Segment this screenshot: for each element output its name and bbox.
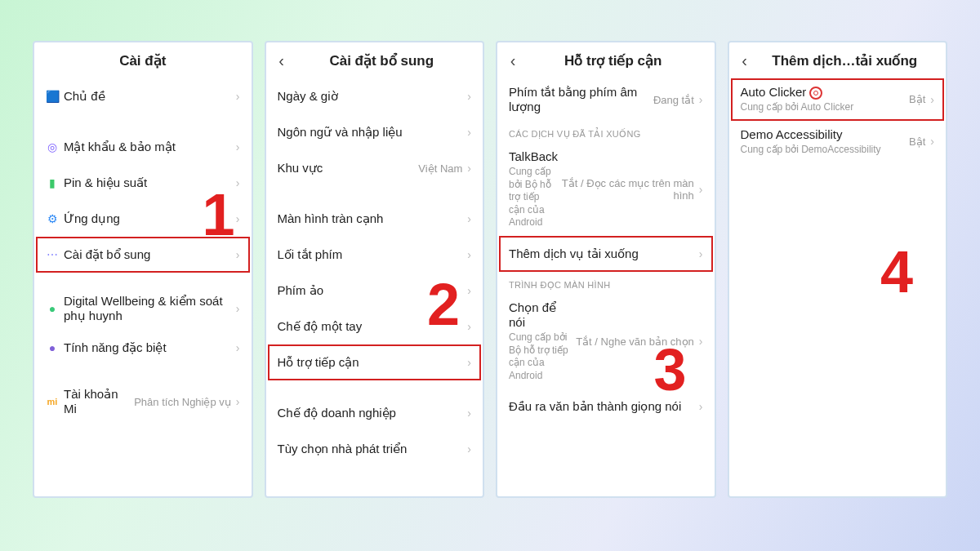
row-label: Phím tắt bằng phím âm lượng — [509, 85, 653, 114]
settings-row[interactable]: ●Tính năng đặc biệt› — [34, 330, 252, 366]
settings-row[interactable]: Hỗ trợ tiếp cận› — [266, 344, 483, 380]
chevron-right-icon: › — [699, 247, 703, 260]
row-icon: 🟦 — [41, 90, 64, 103]
chevron-right-icon: › — [467, 126, 471, 139]
section-header: TRÌNH ĐỌC MÀN HÌNH — [497, 272, 715, 294]
settings-row[interactable]: Demo AccessibilityCung cấp bởi DemoAcces… — [729, 121, 947, 163]
row-label: Mật khẩu & bảo mật — [64, 140, 236, 154]
chevron-right-icon: › — [699, 400, 703, 413]
header: ‹ Thêm dịch…tải xuống — [729, 42, 947, 78]
chevron-right-icon: › — [236, 176, 240, 189]
row-label: Hỗ trợ tiếp cận — [278, 355, 468, 370]
row-label: Ứng dụng — [64, 211, 236, 226]
row-subtitle: Cung cấp bởi DemoAccessibility — [741, 144, 910, 157]
row-icon: ▮ — [41, 176, 64, 189]
row-icon: ◎ — [41, 140, 64, 153]
settings-row[interactable]: Chế độ một tay› — [266, 309, 483, 344]
header: ‹ Cài đặt bổ sung — [266, 42, 483, 78]
target-icon — [809, 87, 822, 100]
settings-row[interactable]: Tùy chọn nhà phát triển› — [266, 431, 483, 467]
chevron-right-icon: › — [467, 284, 471, 297]
header: Cài đặt — [34, 42, 252, 78]
panel-accessibility: ‹ Hỗ trợ tiếp cận Phím tắt bằng phím âm … — [496, 41, 716, 498]
chevron-right-icon: › — [236, 395, 240, 408]
settings-row[interactable]: Chế độ doanh nghiệp› — [266, 395, 483, 431]
row-label: Phím ảo — [278, 283, 468, 298]
row-value: Bật — [909, 136, 925, 148]
settings-row[interactable]: Ngôn ngữ và nhập liệu› — [266, 114, 483, 150]
row-label: Digital Wellbeing & kiểm soát phụ huynh — [64, 294, 236, 323]
row-value: Đang tắt — [653, 94, 694, 106]
chevron-right-icon: › — [467, 162, 471, 175]
chevron-right-icon: › — [467, 90, 471, 103]
settings-row[interactable]: Phím ảo› — [266, 273, 483, 309]
chevron-right-icon: › — [467, 212, 471, 225]
settings-row[interactable]: ⋯Cài đặt bổ sung› — [34, 237, 252, 273]
row-label: Tùy chọn nhà phát triển — [278, 442, 468, 456]
chevron-right-icon: › — [236, 341, 240, 354]
settings-row[interactable]: Phím tắt bằng phím âm lượngĐang tắt› — [497, 78, 715, 121]
row-label: Màn hình tràn cạnh — [278, 211, 468, 226]
settings-row[interactable]: TalkBackCung cấp bởi Bộ hỗ trợ tiếp cận … — [497, 143, 715, 236]
row-label: Chế độ doanh nghiệp — [278, 406, 468, 420]
back-icon[interactable]: ‹ — [737, 51, 752, 70]
back-icon[interactable]: ‹ — [274, 51, 289, 70]
settings-row[interactable]: Auto ClickerCung cấp bởi Auto ClickerBật… — [729, 78, 947, 121]
settings-row[interactable]: Màn hình tràn cạnh› — [266, 201, 483, 237]
row-value: Bật — [909, 93, 925, 105]
row-label: Demo AccessibilityCung cấp bởi DemoAcces… — [741, 127, 910, 157]
settings-row[interactable]: miTài khoản MiPhân tích Nghiệp vụ› — [34, 380, 252, 423]
settings-row[interactable]: Thêm dịch vụ tải xuống› — [497, 236, 715, 272]
header: ‹ Hỗ trợ tiếp cận — [497, 42, 715, 78]
chevron-right-icon: › — [699, 93, 703, 106]
settings-row[interactable]: 🟦Chủ đề› — [34, 78, 252, 114]
row-icon: mi — [41, 397, 64, 407]
page-title: Cài đặt bổ sung — [289, 52, 475, 69]
chevron-right-icon: › — [699, 183, 703, 196]
row-label: Tính năng đặc biệt — [64, 340, 236, 355]
back-icon[interactable]: ‹ — [506, 51, 520, 70]
row-label: Thêm dịch vụ tải xuống — [509, 247, 699, 261]
settings-row[interactable]: Lối tắt phím› — [266, 237, 483, 273]
step-number: 4 — [880, 238, 913, 305]
row-label: Auto ClickerCung cấp bởi Auto Clicker — [741, 85, 910, 114]
row-label: Chế độ một tay — [278, 319, 468, 334]
settings-row[interactable]: Khu vựcViệt Nam› — [266, 150, 483, 186]
chevron-right-icon: › — [236, 302, 240, 315]
row-label: Pin & hiệu suất — [64, 176, 236, 190]
row-label: TalkBackCung cấp bởi Bộ hỗ trợ tiếp cận … — [509, 149, 558, 229]
row-value: Tắt / Đọc các mục trên màn hình — [558, 177, 694, 202]
row-label: Đầu ra văn bản thành giọng nói — [509, 399, 699, 414]
settings-row[interactable]: Chọn để nóiCung cấp bởi Bộ hỗ trợ tiếp c… — [497, 294, 715, 389]
chevron-right-icon: › — [467, 356, 471, 369]
settings-row[interactable]: Đầu ra văn bản thành giọng nói› — [497, 389, 715, 424]
panel-downloaded-services: ‹ Thêm dịch…tải xuống Auto ClickerCung c… — [728, 41, 948, 498]
page-title: Thêm dịch…tải xuống — [752, 52, 938, 69]
chevron-right-icon: › — [467, 442, 471, 455]
row-value: Tắt / Nghe văn bản chọn — [576, 335, 694, 348]
row-label: Chọn để nóiCung cấp bởi Bộ hỗ trợ tiếp c… — [509, 300, 576, 382]
chevron-right-icon: › — [930, 93, 934, 106]
settings-row[interactable]: ⚙Ứng dụng› — [34, 201, 252, 237]
row-icon: ● — [41, 302, 64, 315]
row-subtitle: Cung cấp bởi Bộ hỗ trợ tiếp cận của Andr… — [509, 331, 576, 382]
row-label: Khu vực — [278, 161, 419, 176]
row-label: Cài đặt bổ sung — [64, 247, 236, 262]
row-subtitle: Cung cấp bởi Bộ hỗ trợ tiếp cận của Andr… — [509, 166, 558, 229]
panel-settings: Cài đặt 🟦Chủ đề›◎Mật khẩu & bảo mật›▮Pin… — [33, 41, 253, 498]
row-icon: ● — [41, 341, 64, 354]
chevron-right-icon: › — [467, 248, 471, 261]
settings-row[interactable]: ◎Mật khẩu & bảo mật› — [34, 129, 252, 165]
chevron-right-icon: › — [930, 135, 934, 148]
row-subtitle: Cung cấp bởi Auto Clicker — [741, 101, 910, 114]
chevron-right-icon: › — [236, 140, 240, 153]
section-header: CÁC DỊCH VỤ ĐÃ TẢI XUỐNG — [497, 121, 715, 143]
chevron-right-icon: › — [236, 212, 240, 225]
row-icon: ⋯ — [41, 248, 64, 261]
settings-row[interactable]: Ngày & giờ› — [266, 78, 483, 114]
page-title: Cài đặt — [42, 52, 243, 69]
chevron-right-icon: › — [236, 90, 240, 103]
settings-row[interactable]: ▮Pin & hiệu suất› — [34, 165, 252, 201]
settings-row[interactable]: ●Digital Wellbeing & kiểm soát phụ huynh… — [34, 287, 252, 330]
row-value: Phân tích Nghiệp vụ — [134, 396, 231, 408]
